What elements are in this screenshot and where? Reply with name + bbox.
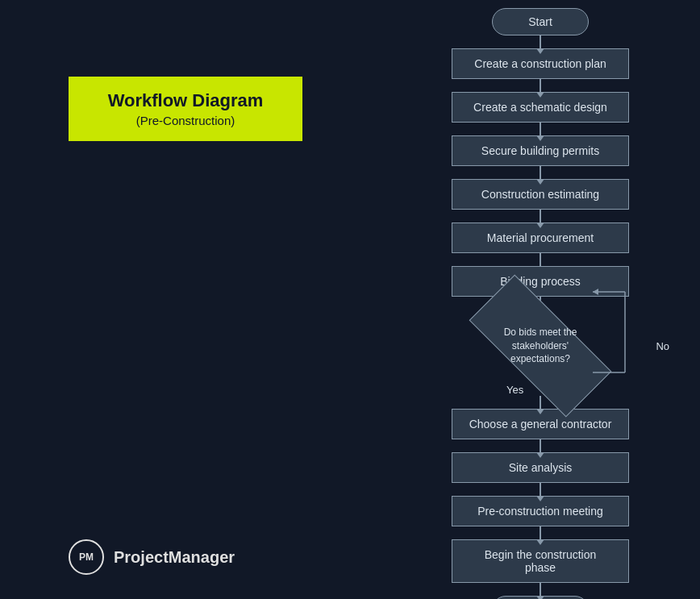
workflow-title-box: Workflow Diagram (Pre-Construction) <box>69 77 302 141</box>
arrow-1 <box>540 35 541 48</box>
arrow-2 <box>540 79 541 92</box>
arrow-11 <box>540 526 541 539</box>
yes-label: Yes <box>506 384 523 396</box>
no-label: No <box>656 340 669 352</box>
arrow-10 <box>540 483 541 496</box>
arrow-9 <box>540 439 541 452</box>
arrow-12 <box>540 583 541 596</box>
arrow-3 <box>540 123 541 135</box>
bidding-process-node: Bidding process <box>452 266 629 297</box>
diamond-text: Do bids meet the stakeholders' expectati… <box>496 326 585 366</box>
pm-logo-text: ProjectManager <box>114 548 235 567</box>
begin-construction-phase-node: Begin the construction phase <box>452 539 629 583</box>
arrow-8 <box>540 396 541 409</box>
workflow-title: Workflow Diagram <box>85 89 286 113</box>
workflow-subtitle: (Pre-Construction) <box>85 113 286 129</box>
diamond-container: Do bids meet the stakeholders' expectati… <box>452 310 629 382</box>
arrow-5 <box>540 210 541 223</box>
arrow-4 <box>540 166 541 179</box>
diamond-row: Do bids meet the stakeholders' expectati… <box>403 310 677 382</box>
pm-badge: PM <box>69 539 104 575</box>
logo-area: PM ProjectManager <box>69 539 235 575</box>
arrow-6 <box>540 253 541 266</box>
title-area: Workflow Diagram (Pre-Construction) <box>69 77 302 141</box>
bidding-row: Bidding process <box>403 266 677 297</box>
flowchart: Start Create a construction plan Create … <box>387 8 694 599</box>
start-node: Start <box>492 8 589 35</box>
